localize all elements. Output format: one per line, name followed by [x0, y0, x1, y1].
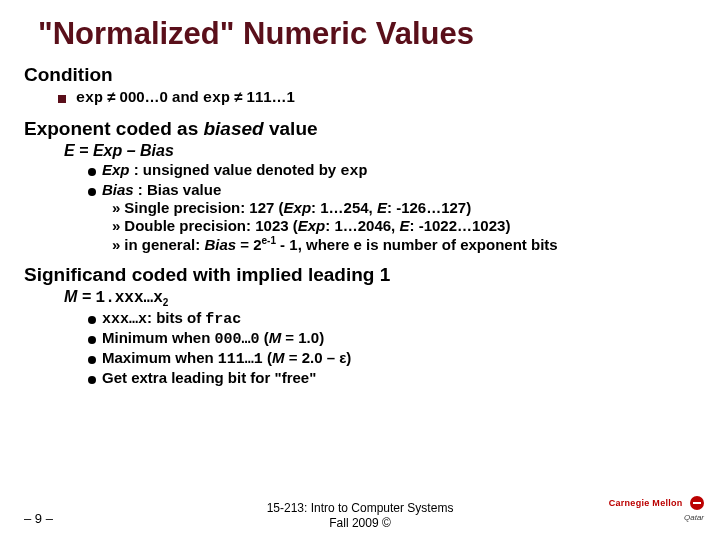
bullet-dot-icon [88, 336, 96, 344]
condition-line: exp ≠ 000…0 and exp ≠ 111…1 [58, 88, 696, 107]
section-significand: Significand coded with implied leading 1 [24, 264, 696, 286]
maximum-line: Maximum when 111…1 (M = 2.0 – ε) [88, 349, 696, 368]
general-bias: » in general: Bias = 2e-1 - 1, where e i… [112, 235, 696, 253]
bias-def: Bias : Bias value [88, 181, 696, 198]
bullet-square-icon [58, 95, 66, 103]
logo: Carnegie Mellon Qatar [609, 496, 704, 522]
exponent-equation: E = Exp – Bias [64, 142, 696, 160]
double-precision: » Double precision: 1023 (Exp: 1…2046, E… [112, 217, 696, 234]
bullet-dot-icon [88, 356, 96, 364]
bullet-dot-icon [88, 168, 96, 176]
bullet-dot-icon [88, 376, 96, 384]
bullet-dot-icon [88, 316, 96, 324]
footer: – 9 – 15-213: Intro to Computer Systems … [0, 501, 720, 530]
logo-dot-icon [690, 496, 704, 510]
section-condition: Condition [24, 64, 696, 86]
significand-equation: M = 1.xxx…x2 [64, 288, 696, 308]
guillemet-icon: » [112, 199, 120, 216]
guillemet-icon: » [112, 217, 120, 234]
bullet-dot-icon [88, 188, 96, 196]
slide-title: "Normalized" Numeric Values [38, 16, 696, 52]
frac-bits: xxx…x: bits of frac [88, 309, 696, 328]
free-bit: Get extra leading bit for "free" [88, 369, 696, 386]
guillemet-icon: » [112, 236, 120, 253]
single-precision: » Single precision: 127 (Exp: 1…254, E: … [112, 199, 696, 216]
exp-def: Exp : unsigned value denoted by exp [88, 161, 696, 180]
section-exponent: Exponent coded as biased value [24, 118, 696, 140]
page-number: – 9 – [24, 511, 53, 526]
minimum-line: Minimum when 000…0 (M = 1.0) [88, 329, 696, 348]
